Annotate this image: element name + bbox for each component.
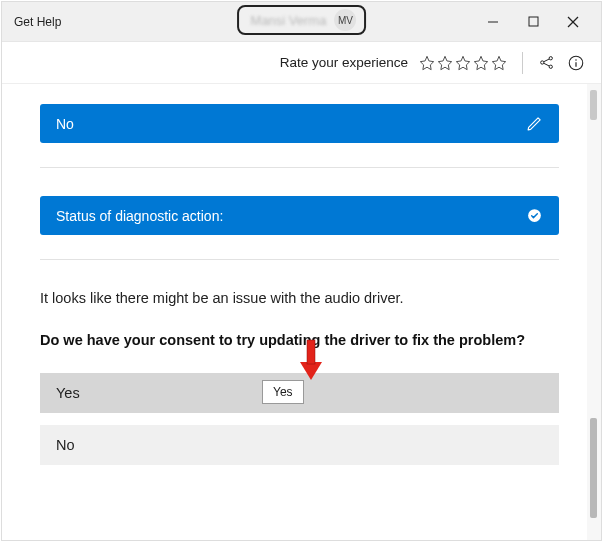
minimize-button[interactable] [473,6,513,38]
rating-stars [418,54,508,72]
svg-point-6 [549,65,552,68]
star-1[interactable] [418,54,436,72]
divider [40,167,559,168]
tooltip-text: Yes [273,385,293,399]
svg-point-4 [540,61,543,64]
option-no[interactable]: No [40,425,559,465]
svg-rect-1 [529,17,538,26]
star-3[interactable] [454,54,472,72]
minimize-icon [487,16,499,28]
scrollbar[interactable] [587,84,601,540]
previous-answer-label: No [56,116,74,132]
share-button[interactable] [535,52,557,74]
svg-line-7 [543,59,549,62]
diagnostic-status-bar[interactable]: Status of diagnostic action: [40,196,559,235]
svg-point-10 [575,59,577,61]
share-icon [538,54,555,71]
info-button[interactable] [565,52,587,74]
content-area: No Status of diagnostic action: It looks… [2,84,587,540]
tooltip: Yes [262,380,304,404]
edit-icon [526,115,543,132]
scrollbar-thumb[interactable] [590,418,597,518]
maximize-button[interactable] [513,6,553,38]
star-4[interactable] [472,54,490,72]
previous-answer-bar[interactable]: No [40,104,559,143]
info-icon [567,54,585,72]
option-yes-label: Yes [56,385,80,401]
titlebar: Get Help Mansi Verma MV [2,2,601,42]
profile-name: Mansi Verma [251,13,327,28]
diagnostic-status-label: Status of diagnostic action: [56,208,223,224]
profile-chip[interactable]: Mansi Verma MV [237,5,367,35]
maximize-icon [528,16,539,27]
scrollbar-thumb[interactable] [590,90,597,120]
separator [522,52,523,74]
window-controls [473,6,593,38]
star-5[interactable] [490,54,508,72]
consent-question: Do we have your consent to try updating … [40,330,530,350]
app-title: Get Help [14,15,61,29]
close-icon [567,16,579,28]
option-no-label: No [56,437,75,453]
rating-toolbar: Rate your experience [2,42,601,84]
svg-point-5 [549,57,552,60]
issue-text: It looks like there might be an issue wi… [40,288,559,308]
svg-point-12 [528,209,541,222]
check-circle-icon [526,207,543,224]
avatar: MV [334,9,356,31]
rate-label: Rate your experience [280,55,408,70]
star-2[interactable] [436,54,454,72]
svg-line-8 [543,63,549,66]
close-button[interactable] [553,6,593,38]
divider [40,259,559,260]
